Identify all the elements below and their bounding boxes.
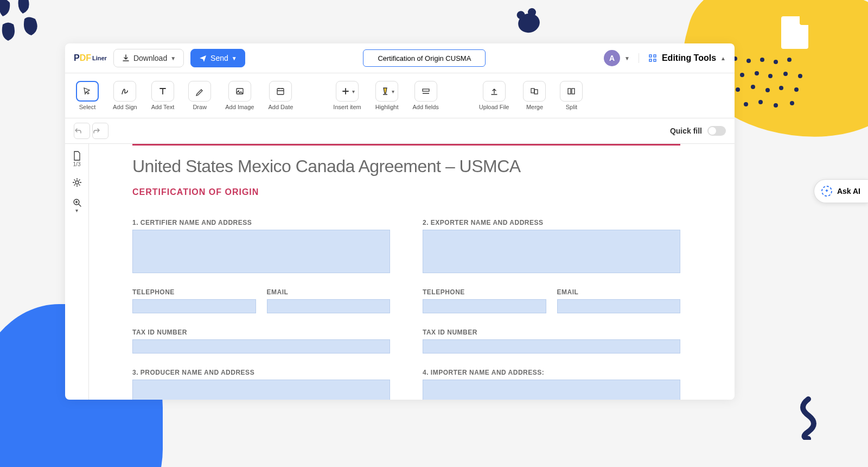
upload-icon <box>489 86 500 97</box>
text-icon <box>157 86 168 97</box>
certifier-taxid-field[interactable] <box>132 339 390 354</box>
document-canvas[interactable]: United States Mexico Canada Agreement – … <box>89 144 735 400</box>
date-icon <box>275 86 286 97</box>
ai-sparkle-icon <box>821 185 833 197</box>
exporter-taxid-label: TAX ID NUMBER <box>423 329 680 336</box>
tool-highlight[interactable]: ▾ Highlight <box>373 79 401 112</box>
bg-squiggle <box>792 396 825 440</box>
chevron-down-icon: ▼ <box>232 55 237 61</box>
tool-add-date[interactable]: Add Date <box>266 79 295 112</box>
draw-icon <box>194 86 205 97</box>
svg-point-9 <box>768 74 773 78</box>
send-button[interactable]: Send ▼ <box>190 49 245 67</box>
exporter-email-field[interactable] <box>557 299 681 313</box>
left-rail: 1/3 ▾ <box>65 144 89 400</box>
doc-divider <box>132 144 680 146</box>
svg-point-10 <box>783 72 788 76</box>
svg-point-21 <box>774 103 778 108</box>
section4-label: 4. IMPORTER NAME AND ADDRESS: <box>423 369 680 376</box>
sign-icon <box>119 86 130 97</box>
logo[interactable]: PDFLiner <box>74 53 107 63</box>
zoom-button[interactable]: ▾ <box>72 198 82 213</box>
doc-subtitle: CERTIFICATION OF ORIGIN <box>132 187 680 197</box>
exporter-name-field[interactable] <box>423 230 680 273</box>
svg-rect-25 <box>277 89 284 94</box>
ask-ai-button[interactable]: Ask AI <box>814 179 868 203</box>
svg-point-14 <box>751 85 755 89</box>
image-icon <box>234 86 245 97</box>
download-icon <box>122 54 130 62</box>
tool-add-sign[interactable]: Add Sign <box>111 79 139 112</box>
svg-point-19 <box>744 102 748 106</box>
chevron-down-icon: ▾ <box>352 89 355 94</box>
svg-point-4 <box>774 60 778 64</box>
settings-button[interactable] <box>72 177 82 188</box>
toolbar: Select Add Sign Add Text Draw Add Image … <box>65 73 735 118</box>
plus-icon <box>340 86 351 97</box>
avatar-chevron-icon[interactable]: ▼ <box>624 55 630 61</box>
tool-insert-item[interactable]: ▾ Insert item <box>331 79 363 112</box>
svg-rect-28 <box>534 90 538 94</box>
send-icon <box>199 54 207 62</box>
document-name-field[interactable] <box>363 49 486 67</box>
tool-upload-file[interactable]: Upload File <box>477 79 512 112</box>
undo-icon <box>74 127 82 135</box>
svg-point-31 <box>75 181 79 184</box>
avatar[interactable]: A <box>604 50 620 66</box>
tool-draw[interactable]: Draw <box>186 79 213 112</box>
svg-point-2 <box>746 59 751 63</box>
svg-point-7 <box>740 73 744 77</box>
app-window: PDFLiner Download ▼ Send ▼ A ▼ Editing T… <box>65 43 735 400</box>
bg-pdf-icon <box>781 16 808 49</box>
certifier-taxid-label: TAX ID NUMBER <box>132 329 390 336</box>
editing-tools-toggle[interactable]: Editing Tools ▲ <box>639 53 726 63</box>
svg-rect-27 <box>531 89 534 93</box>
undo-button[interactable] <box>74 123 90 139</box>
section3-label: 3. PRODUCER NAME AND ADDRESS <box>132 369 390 376</box>
exporter-email-label: EMAIL <box>557 288 681 296</box>
svg-point-15 <box>765 88 770 92</box>
document-name-input[interactable] <box>370 54 478 62</box>
subheader: Quick fill <box>65 118 735 144</box>
exporter-taxid-field[interactable] <box>423 339 680 354</box>
tool-add-fields[interactable]: Add fields <box>411 79 441 112</box>
redo-icon <box>93 127 100 135</box>
tool-select[interactable]: Select <box>74 79 101 112</box>
quickfill-toggle[interactable] <box>707 126 726 136</box>
tool-add-image[interactable]: Add Image <box>223 79 256 112</box>
tool-merge[interactable]: Merge <box>521 79 548 112</box>
pages-button[interactable]: 1/3 <box>72 150 82 167</box>
svg-point-3 <box>760 58 764 62</box>
zoom-icon <box>72 198 82 207</box>
section2-label: 2. EXPORTER NAME AND ADDRESS <box>423 219 680 226</box>
editing-tools-icon <box>648 53 658 63</box>
body: 1/3 ▾ United States Mexico Canada Agreem… <box>65 144 735 400</box>
svg-rect-30 <box>572 89 575 94</box>
bg-blob-paw <box>516 11 542 35</box>
section1-label: 1. CERTIFIER NAME AND ADDRESS <box>132 219 390 226</box>
svg-point-16 <box>779 86 783 90</box>
header: PDFLiner Download ▼ Send ▼ A ▼ Editing T… <box>65 43 735 73</box>
exporter-telephone-field[interactable] <box>423 299 546 313</box>
bg-blob-topleft <box>0 0 60 49</box>
certifier-email-label: EMAIL <box>267 288 391 296</box>
highlight-icon <box>380 86 391 97</box>
producer-name-field[interactable] <box>132 380 390 400</box>
chevron-down-icon: ▼ <box>170 55 176 61</box>
certifier-email-field[interactable] <box>267 299 391 313</box>
svg-rect-29 <box>568 89 571 94</box>
certifier-name-field[interactable] <box>132 230 390 273</box>
chevron-down-icon: ▾ <box>75 207 78 213</box>
svg-point-22 <box>790 101 794 105</box>
svg-point-8 <box>755 71 759 75</box>
split-icon <box>566 86 577 97</box>
quickfill-label: Quick fill <box>670 127 702 135</box>
redo-button[interactable] <box>92 123 108 139</box>
importer-name-field[interactable] <box>423 380 680 400</box>
certifier-telephone-field[interactable] <box>132 299 256 313</box>
svg-point-13 <box>736 87 740 92</box>
tool-add-text[interactable]: Add Text <box>149 79 177 112</box>
tool-split[interactable]: Split <box>558 79 585 112</box>
download-button[interactable]: Download ▼ <box>113 49 184 67</box>
select-icon <box>82 86 93 97</box>
